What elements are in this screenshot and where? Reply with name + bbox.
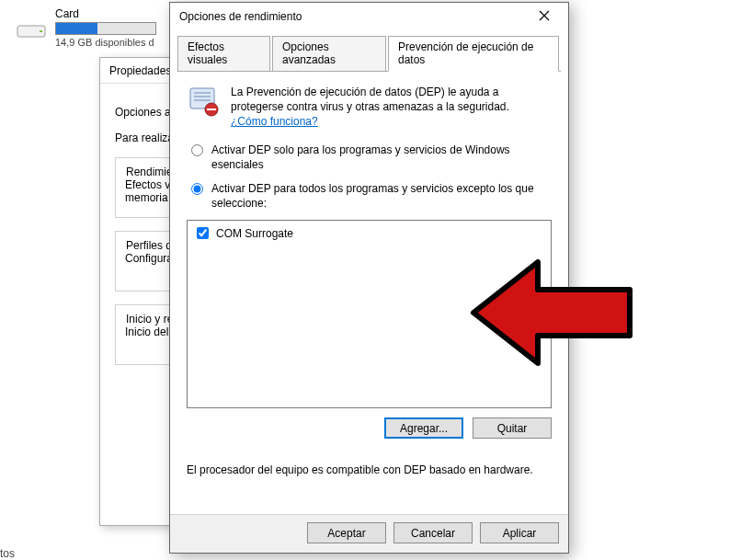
add-button[interactable]: Agregar...: [384, 417, 463, 439]
tab-visual-effects[interactable]: Efectos visuales: [177, 36, 270, 71]
radio-dep-all-input[interactable]: [191, 183, 203, 195]
list-item[interactable]: COM Surrogate: [191, 224, 547, 242]
tab-strip: Efectos visuales Opciones avanzadas Prev…: [177, 36, 561, 72]
dep-exceptions-list[interactable]: COM Surrogate: [187, 220, 552, 408]
dialog-titlebar: Opciones de rendimiento: [170, 3, 568, 30]
dep-intro-body: La Prevención de ejecución de datos (DEP…: [231, 86, 509, 113]
dep-intro: La Prevención de ejecución de datos (DEP…: [187, 85, 552, 130]
bottom-fragment: tos: [0, 545, 15, 560]
list-actions: Agregar... Quitar: [187, 417, 552, 439]
drive-info: Card 14,9 GB disponibles d: [55, 7, 156, 48]
dep-how-link[interactable]: ¿Cómo funciona?: [231, 115, 318, 128]
dialog-title: Opciones de rendimiento: [179, 10, 302, 23]
tab-advanced[interactable]: Opciones avanzadas: [272, 36, 386, 71]
ok-button[interactable]: Aceptar: [307, 522, 386, 543]
close-icon: [539, 9, 550, 24]
drive-entry: Card 14,9 GB disponibles d: [17, 7, 156, 48]
performance-options-dialog: Opciones de rendimiento Efectos visuales…: [169, 2, 569, 554]
drive-usage-bar: [55, 22, 156, 35]
svg-rect-7: [207, 109, 216, 110]
remove-button[interactable]: Quitar: [473, 417, 552, 439]
tab-dep[interactable]: Prevención de ejecución de datos: [388, 36, 559, 72]
dep-compat-text: El procesador del equipo es compatible c…: [187, 463, 552, 477]
radio-dep-all[interactable]: Activar DEP para todos los programas y s…: [187, 181, 552, 211]
radio-dep-essential[interactable]: Activar DEP solo para los programas y se…: [187, 143, 552, 172]
svg-rect-1: [40, 30, 42, 32]
drive-icon: [17, 20, 46, 42]
list-item-checkbox[interactable]: [197, 227, 209, 239]
apply-button[interactable]: Aplicar: [480, 522, 559, 543]
list-item-label: COM Surrogate: [216, 227, 293, 240]
radio-dep-essential-label: Activar DEP solo para los programas y se…: [211, 143, 552, 172]
close-button[interactable]: [526, 5, 563, 29]
radio-dep-essential-input[interactable]: [191, 144, 203, 156]
drive-subtext: 14,9 GB disponibles d: [55, 37, 156, 48]
dep-intro-text: La Prevención de ejecución de datos (DEP…: [231, 85, 552, 130]
tab-body-dep: La Prevención de ejecución de datos (DEP…: [170, 72, 568, 514]
cancel-button[interactable]: Cancelar: [393, 522, 473, 543]
drive-label: Card: [55, 7, 156, 20]
dep-icon: [187, 85, 220, 118]
radio-dep-all-label: Activar DEP para todos los programas y s…: [211, 181, 552, 211]
dialog-footer: Aceptar Cancelar Aplicar: [170, 514, 568, 553]
